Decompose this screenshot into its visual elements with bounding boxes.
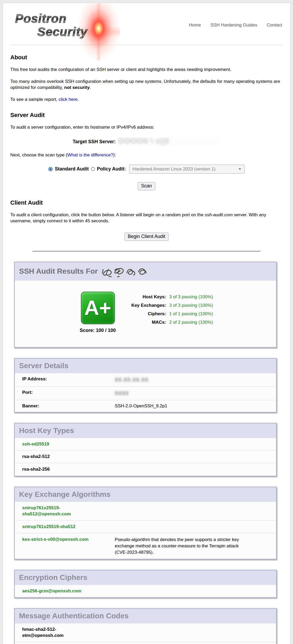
scan-type-prompt: Next, choose the scan type (What is the … (10, 152, 283, 158)
policy-selected-option: Hardened Amazon Linux 2023 (version 1) (132, 166, 216, 172)
grade-summary: A+ Score: 100 / 100 Host Keys: 3 of 3 pa… (15, 281, 276, 347)
server-audit-heading: Server Audit (10, 112, 283, 119)
list-item: aes256-gcm@openssh.com (15, 585, 276, 597)
nav-home[interactable]: Home (189, 22, 201, 40)
list-item: rsa-sha2-512 (15, 450, 276, 463)
about-paragraph-3: To see a sample report, click here. (10, 97, 283, 103)
chevron-down-icon (239, 168, 241, 170)
about-paragraph-2: Too many admins overlook SSH configurati… (10, 79, 283, 91)
list-item: rsa-sha2-256 (15, 463, 276, 476)
site-header: Positron Security Home SSH Hardening Gui… (3, 3, 290, 40)
server-audit-intro: To audit a server configuration, enter i… (10, 124, 283, 130)
host-key-types-title: Host Key Types (15, 424, 276, 438)
policy-audit-radio[interactable] (91, 167, 95, 171)
list-item: sntrup761x25519-sha512 (15, 520, 276, 533)
redacted-hostname-blob: OOOO0 \ o))l (118, 137, 169, 145)
key-exchange-title: Key Exchange Algorithms (15, 487, 276, 502)
positron-security-logo: Positron Security (11, 8, 148, 40)
logo-text-line1: Positron (15, 12, 67, 25)
policy-audit-label: Policy Audit: (97, 166, 126, 172)
port-row: Port: 8888 (15, 386, 276, 400)
policy-select[interactable]: Hardened Amazon Linux 2023 (version 1) (129, 165, 245, 174)
target-ssh-server-label: Target SSH Server: (73, 139, 116, 145)
nav-contact[interactable]: Contact (267, 22, 282, 40)
about-p2-text: Too many admins overlook SSH configurati… (10, 79, 280, 90)
nav-ssh-hardening-guides[interactable]: SSH Hardening Guides (210, 22, 257, 40)
macs-box: Message Authentication Codes hmac-sha2-5… (14, 608, 277, 644)
scan-button-row: Scan (10, 182, 283, 190)
ssh-audit-results-box: SSH Audit Results For A+ Score: 100 / 10… (14, 262, 277, 348)
logo-text-line2: Security (37, 26, 88, 38)
ip-address-row: IP Address: 88.88.88.88 (15, 373, 276, 386)
begin-client-audit-button[interactable]: Begin Client Audit (125, 233, 168, 241)
header-divider (10, 45, 283, 45)
redacted-port-blob: 8888 (115, 390, 129, 397)
server-details-box: Server Details IP Address: 88.88.88.88 P… (14, 358, 277, 413)
results-separator (33, 251, 260, 251)
list-item: hmac-sha2-256-etm@openssh.com (15, 642, 276, 644)
top-nav: Home SSH Hardening Guides Contact (189, 22, 282, 40)
sample-report-link[interactable]: click here (58, 97, 77, 102)
about-heading: About (10, 54, 283, 61)
main-content-box: Positron Security Home SSH Hardening Gui… (3, 3, 290, 644)
client-audit-intro: To audit a client configuration, click t… (10, 212, 283, 224)
redacted-ip-blob: 88.88.88.88 (115, 376, 148, 383)
encryption-ciphers-title: Encryption Ciphers (15, 570, 276, 585)
host-key-types-box: Host Key Types ssh-ed25519 rsa-sha2-512 … (14, 423, 277, 477)
key-exchange-box: Key Exchange Algorithms sntrup761x25519-… (14, 487, 277, 559)
list-item: kex-strict-s-v00@openssh.com Pseudo-algo… (15, 533, 276, 559)
standard-audit-label: Standard Audit (55, 166, 89, 172)
about-p2-bold: not security (64, 85, 90, 90)
standard-audit-radio[interactable] (48, 167, 53, 171)
client-audit-button-row: Begin Client Audit (10, 233, 283, 241)
stats-table: Host Keys: 3 of 3 passing (100%) Key Exc… (131, 293, 213, 327)
stat-row-key-exchanges: Key Exchanges: 3 of 3 passing (100%) (131, 301, 213, 310)
stat-row-macs: MACs: 2 of 2 passing (100%) (131, 318, 213, 327)
target-server-row: Target SSH Server: OOOO0 \ o))l (10, 137, 283, 146)
list-item: ssh-ed25519 (15, 438, 276, 451)
banner-row: Banner: SSH-2.0-OpenSSH_9.2p1 (15, 400, 276, 412)
about-paragraph-1: This free tool audits the configuration … (10, 67, 283, 73)
score-text: Score: 100 / 100 (78, 328, 118, 333)
list-item: sntrup761x25519-sha512@openssh.com (15, 502, 276, 520)
banner-value: SSH-2.0-OpenSSH_9.2p1 (115, 403, 167, 409)
grade-badge: A+ (81, 292, 115, 324)
list-item: hmac-sha2-512-etm@openssh.com (15, 623, 276, 642)
client-audit-heading: Client Audit (10, 199, 283, 206)
stat-row-host-keys: Host Keys: 3 of 3 passing (100%) (131, 293, 213, 301)
target-ssh-server-input[interactable]: OOOO0 \ o))l (118, 137, 220, 146)
grade-block: A+ Score: 100 / 100 (78, 292, 118, 333)
server-details-title: Server Details (15, 359, 276, 373)
redacted-target-scribble (101, 266, 150, 277)
stat-row-ciphers: Ciphers: 1 of 1 passing (100%) (131, 310, 213, 318)
client-audit-domain: ssh-audit.com (205, 212, 233, 217)
scan-button[interactable]: Scan (138, 182, 155, 190)
kex-strict-note: Pseudo-algorithm that denotes the peer s… (115, 537, 244, 555)
encryption-ciphers-box: Encryption Ciphers aes256-gcm@openssh.co… (14, 570, 277, 598)
results-title: SSH Audit Results For (15, 262, 276, 281)
macs-title: Message Authentication Codes (15, 609, 276, 623)
scan-type-difference-link[interactable]: What is the difference? (67, 152, 113, 157)
scan-type-radio-row: Standard Audit Policy Audit: Hardened Am… (10, 165, 283, 174)
